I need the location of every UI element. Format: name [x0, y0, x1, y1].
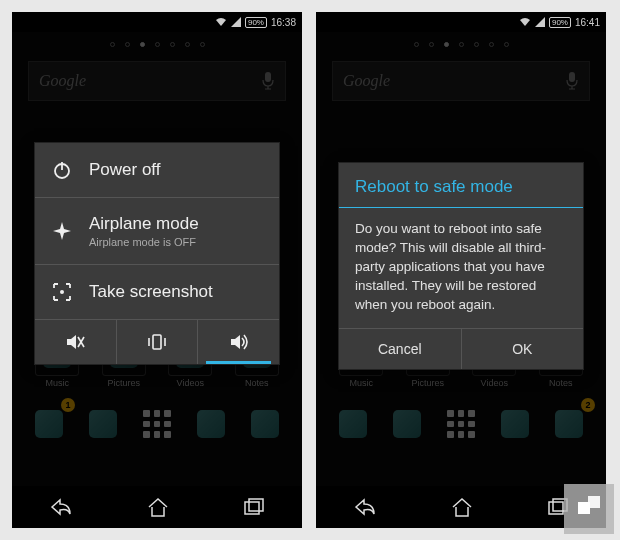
battery-indicator: 90% [245, 17, 267, 28]
status-bar: 90% 16:41 [316, 12, 606, 32]
power-menu: Power off Airplane mode Airplane mode is… [34, 142, 280, 365]
phone-right: 90% 16:41 Google Music Pictures Videos N… [316, 12, 606, 528]
airplane-mode-item[interactable]: Airplane mode Airplane mode is OFF [35, 198, 279, 265]
screenshot-icon [51, 281, 73, 303]
power-icon [51, 159, 73, 181]
svg-rect-15 [588, 496, 600, 508]
clock: 16:38 [271, 17, 296, 28]
nav-bar [316, 486, 606, 528]
vibrate-mode-button[interactable] [117, 320, 199, 364]
airplane-icon [51, 220, 73, 242]
svg-point-3 [60, 290, 64, 294]
cancel-button[interactable]: Cancel [339, 329, 462, 369]
volume-icon [228, 332, 250, 352]
power-off-item[interactable]: Power off [35, 143, 279, 198]
svg-rect-9 [245, 502, 259, 514]
watermark-icon [564, 484, 614, 534]
home-button[interactable] [146, 496, 170, 518]
clock: 16:41 [575, 17, 600, 28]
back-button[interactable] [48, 496, 74, 518]
signal-icon [535, 17, 545, 27]
ok-button[interactable]: OK [462, 329, 584, 369]
status-bar: 90% 16:38 [12, 12, 302, 32]
silent-icon [64, 332, 86, 352]
safe-mode-dialog: Reboot to safe mode Do you want to reboo… [338, 162, 584, 370]
signal-icon [231, 17, 241, 27]
nav-bar [12, 486, 302, 528]
svg-rect-12 [549, 502, 563, 514]
screenshot-item[interactable]: Take screenshot [35, 265, 279, 319]
svg-rect-10 [249, 499, 263, 511]
sound-mode-row [35, 319, 279, 364]
recent-button[interactable] [242, 497, 266, 517]
phone-left: 90% 16:38 Google Music Pictures Videos N… [12, 12, 302, 528]
dialog-title: Reboot to safe mode [339, 163, 583, 208]
battery-indicator: 90% [549, 17, 571, 28]
wifi-icon [215, 17, 227, 27]
wifi-icon [519, 17, 531, 27]
silent-mode-button[interactable] [35, 320, 117, 364]
svg-rect-6 [153, 335, 161, 349]
dialog-body: Do you want to reboot into safe mode? Th… [339, 208, 583, 328]
vibrate-icon [146, 332, 168, 352]
sound-mode-button[interactable] [198, 320, 279, 364]
back-button[interactable] [352, 496, 378, 518]
home-button[interactable] [450, 496, 474, 518]
